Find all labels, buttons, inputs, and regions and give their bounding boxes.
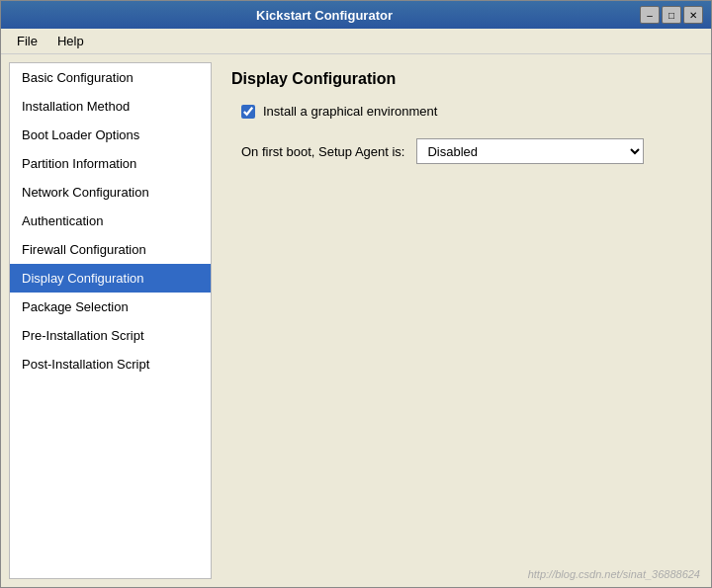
sidebar-item-authentication[interactable]: Authentication: [10, 207, 211, 235]
sidebar-item-package-selection[interactable]: Package Selection: [10, 293, 211, 321]
graphical-env-row: Install a graphical environment: [231, 104, 691, 119]
main-panel: Display Configuration Install a graphica…: [212, 54, 711, 587]
sidebar-item-display-configuration[interactable]: Display Configuration: [10, 264, 211, 293]
menu-file[interactable]: File: [9, 31, 45, 51]
menu-bar: File Help: [1, 29, 711, 54]
sidebar-item-boot-loader-options[interactable]: Boot Loader Options: [10, 121, 211, 149]
sidebar-item-firewall-configuration[interactable]: Firewall Configuration: [10, 235, 211, 264]
window-title: Kickstart Configurator: [9, 8, 640, 23]
content-area: Basic Configuration Installation Method …: [1, 54, 711, 587]
window-controls: – □ ✕: [640, 6, 703, 24]
sidebar-item-post-installation-script[interactable]: Post-Installation Script: [10, 350, 211, 378]
sidebar-item-partition-information[interactable]: Partition Information: [10, 149, 211, 178]
minimize-button[interactable]: –: [640, 6, 660, 24]
sidebar: Basic Configuration Installation Method …: [9, 62, 212, 579]
title-bar: Kickstart Configurator – □ ✕: [1, 1, 711, 29]
main-window: Kickstart Configurator – □ ✕ File Help B…: [0, 0, 712, 588]
sidebar-item-installation-method[interactable]: Installation Method: [10, 92, 211, 121]
sidebar-item-network-configuration[interactable]: Network Configuration: [10, 178, 211, 207]
setup-agent-label: On first boot, Setup Agent is:: [241, 144, 404, 159]
panel-title: Display Configuration: [231, 70, 691, 88]
watermark: http://blog.csdn.net/sinat_36888624: [528, 568, 700, 580]
sidebar-item-basic-configuration[interactable]: Basic Configuration: [10, 63, 211, 92]
sidebar-item-pre-installation-script[interactable]: Pre-Installation Script: [10, 321, 211, 350]
maximize-button[interactable]: □: [662, 6, 681, 24]
menu-help[interactable]: Help: [49, 31, 92, 51]
close-button[interactable]: ✕: [683, 6, 703, 24]
graphical-env-label: Install a graphical environment: [263, 104, 437, 119]
graphical-env-checkbox[interactable]: [241, 105, 255, 119]
setup-agent-select[interactable]: Disabled Enabled Enabled Once: [416, 138, 644, 164]
setup-agent-row: On first boot, Setup Agent is: Disabled …: [231, 138, 691, 164]
